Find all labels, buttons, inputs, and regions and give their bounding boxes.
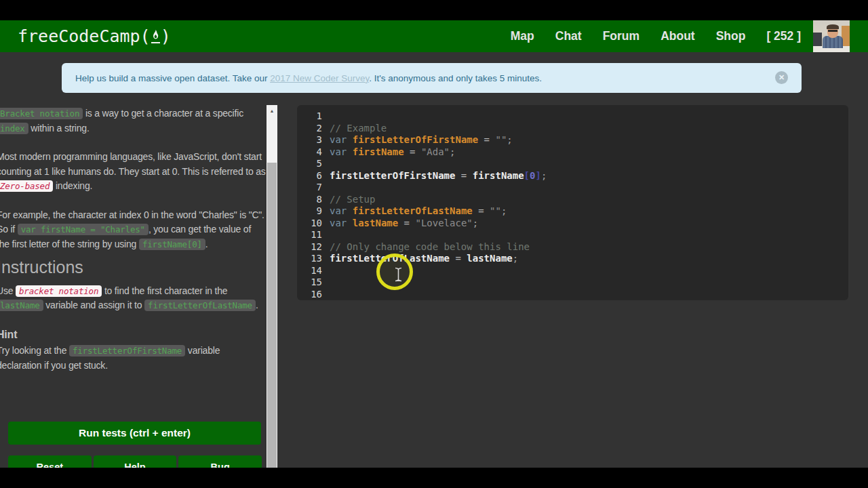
- code-text: // Setup: [330, 194, 375, 206]
- code-line: 4var firstName = "Ada";: [297, 146, 848, 159]
- code-text: [330, 182, 335, 194]
- text-segment: to find the first character in the: [102, 285, 227, 296]
- code-text: firstLetterOfLastName = lastName;: [330, 253, 518, 265]
- banner-survey-link[interactable]: 2017 New Coder Survey: [270, 73, 369, 83]
- line-number: 9: [297, 205, 330, 218]
- scroll-up-arrow[interactable]: ▲: [267, 105, 277, 116]
- banner-text-before: Help us build a massive open dataset. Ta…: [75, 73, 270, 83]
- inline-code-chip: index: [0, 123, 28, 134]
- text-segment: indexing.: [53, 180, 92, 191]
- inline-code-chip: firstName[0]: [139, 239, 205, 250]
- instructions-heading: Instructions: [0, 260, 266, 275]
- line-number: 12: [297, 241, 330, 253]
- code-line: 3var firstLetterOfFirstName = "";: [297, 134, 848, 146]
- navbar: freeCodeCamp( ) MapChatForumAboutShop[ 2…: [0, 20, 868, 52]
- nav-item-chat[interactable]: Chat: [555, 29, 582, 43]
- code-text: [330, 265, 335, 277]
- code-text: [330, 289, 335, 301]
- logo-text: freeCodeCamp(: [18, 26, 151, 46]
- line-number: 4: [297, 146, 330, 159]
- code-text: var lastName = "Lovelace";: [330, 218, 478, 230]
- code-line: 12// Only change code below this line: [297, 241, 848, 253]
- inline-code-chip: Zero-based: [0, 180, 53, 192]
- code-line: 5: [297, 158, 848, 170]
- code-line: 8// Setup: [297, 194, 848, 206]
- line-number: 15: [297, 277, 330, 289]
- webcam-overlay: [813, 20, 850, 52]
- line-number: 14: [297, 265, 330, 277]
- code-line: 1: [297, 110, 848, 123]
- code-text: [330, 277, 335, 289]
- nav-menu: MapChatForumAboutShop[ 252 ]: [511, 29, 801, 43]
- line-number: 10: [297, 218, 330, 230]
- scrollbar-thumb[interactable]: [267, 163, 277, 468]
- code-line: 16: [297, 289, 848, 301]
- text-segment: Use: [0, 285, 16, 296]
- help-button[interactable]: Help: [94, 455, 177, 468]
- nav-item-map[interactable]: Map: [511, 29, 534, 43]
- banner-close-button[interactable]: ✕: [775, 71, 788, 84]
- code-text: // Only change code below this line: [330, 241, 530, 253]
- instructions-panel: Bracket notation is a way to get a chara…: [0, 105, 266, 468]
- line-number: 11: [297, 229, 330, 241]
- survey-banner: Help us build a massive open dataset. Ta…: [62, 63, 802, 93]
- inline-code-chip: bracket notation: [16, 285, 102, 297]
- text-segment: Most modern programming languages, like …: [0, 151, 266, 177]
- code-text: var firstLetterOfFirstName = "";: [330, 134, 513, 146]
- code-line: 2// Example: [297, 123, 848, 135]
- page: freeCodeCamp( ) MapChatForumAboutShop[ 2…: [0, 0, 868, 488]
- close-icon: ✕: [778, 73, 785, 82]
- line-number: 2: [297, 123, 330, 135]
- text-segment: variable and assign it to: [43, 300, 144, 310]
- intro-paragraph-1: Bracket notation is a way to get a chara…: [0, 106, 266, 136]
- hint-heading: Hint: [0, 327, 266, 342]
- code-line: 10var lastName = "Lovelace";: [297, 218, 848, 230]
- inline-code-chip: var firstName = "Charles": [18, 224, 149, 235]
- intro-paragraph-2: Most modern programming languages, like …: [0, 150, 266, 194]
- hint-text: Try looking at the firstLetterOfFirstNam…: [0, 344, 266, 373]
- line-number: 1: [297, 110, 330, 123]
- code-text: [330, 158, 335, 170]
- code-line: 6firstLetterOfFirstName = firstName[0];: [297, 170, 848, 182]
- text-cursor-icon: [394, 267, 403, 285]
- code-text: var firstName = "Ada";: [330, 146, 455, 159]
- nav-item-shop[interactable]: Shop: [716, 29, 746, 43]
- code-text: var firstLetterOfLastName = "";: [330, 205, 507, 218]
- reset-button[interactable]: Reset: [8, 455, 92, 468]
- instructions-content: Bracket notation is a way to get a chara…: [0, 106, 266, 373]
- letterbox-bottom: [0, 468, 868, 488]
- logo-text-close: ): [161, 26, 171, 46]
- inline-code-chip: firstLetterOfFirstName: [69, 345, 185, 357]
- line-number: 16: [297, 289, 330, 301]
- code-text: [330, 229, 335, 241]
- flame-icon: [151, 30, 160, 43]
- letterbox-top: [0, 0, 868, 20]
- code-line: 11: [297, 229, 848, 241]
- panel-scrollbar[interactable]: ▲: [267, 105, 277, 468]
- intro-paragraph-3: For example, the character at index 0 in…: [0, 208, 266, 252]
- banner-text: Help us build a massive open dataset. Ta…: [75, 73, 542, 83]
- text-segment: within a string.: [28, 123, 90, 134]
- inline-code-chip: lastName: [0, 300, 43, 311]
- text-segment: .: [205, 239, 208, 249]
- inline-code-chip: firstLetterOfLastName: [144, 300, 256, 311]
- run-tests-button[interactable]: Run tests (ctrl + enter): [8, 422, 261, 445]
- nav-item-forum[interactable]: Forum: [603, 29, 639, 43]
- line-number: 3: [297, 134, 330, 146]
- inline-code-chip: Bracket notation: [0, 108, 83, 119]
- text-segment: .: [256, 300, 258, 310]
- fcc-logo[interactable]: freeCodeCamp( ): [18, 26, 171, 46]
- instructions-text: Use bracket notation to find the first c…: [0, 284, 266, 313]
- line-number: 5: [297, 158, 330, 170]
- text-segment: is a way to get a character at a specifi…: [83, 108, 243, 119]
- line-number: 6: [297, 170, 330, 182]
- code-text: firstLetterOfFirstName = firstName[0];: [330, 170, 547, 182]
- line-number: 8: [297, 194, 330, 206]
- code-text: // Example: [330, 123, 387, 135]
- line-number: 13: [297, 253, 330, 265]
- nav-item-about[interactable]: About: [660, 29, 695, 43]
- code-line: 9var firstLetterOfLastName = "";: [297, 205, 848, 218]
- secondary-button-row: ResetHelpBug: [8, 455, 262, 468]
- bug-button[interactable]: Bug: [178, 455, 262, 468]
- nav-item-252[interactable]: [ 252 ]: [766, 29, 801, 43]
